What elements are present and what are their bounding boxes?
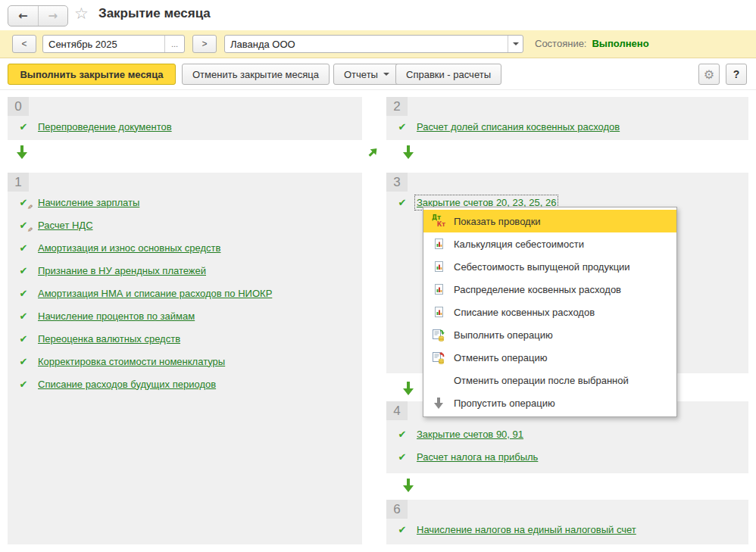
menu-item-cancel-operations-after[interactable]: Отменить операции после выбранной xyxy=(423,369,676,391)
arrow-left-icon: ← xyxy=(18,9,28,23)
stage-block-1: 1 ✔✎ Начисление зарплаты ✔✎ Расчет НДС ✔… xyxy=(8,173,362,544)
page-title: Закрытие месяца xyxy=(98,6,211,21)
gear-icon: ⚙ xyxy=(704,67,714,82)
menu-item-run-operation[interactable]: Выполнить операцию xyxy=(423,323,676,346)
operation-link[interactable]: Перепроведение документов xyxy=(38,121,172,133)
dtkt-postings-icon: ДтКт xyxy=(431,214,446,228)
reports-button-label: Отчеты xyxy=(344,69,378,80)
references-calculations-button[interactable]: Справки - расчеты xyxy=(395,64,501,85)
operation-link[interactable]: Корректировка стоимости номенклатуры xyxy=(38,356,225,367)
status-badge: Выполнено xyxy=(592,38,648,49)
run-operation-icon xyxy=(431,327,446,342)
operation-link[interactable]: Начисление зарплаты xyxy=(38,197,139,208)
cancel-operation-icon xyxy=(431,350,446,365)
status: Состояние: Выполнено xyxy=(535,38,649,49)
help-button[interactable]: ? xyxy=(726,64,747,85)
titlebar: ← → ☆ Закрытие месяца xyxy=(0,0,756,30)
operation-row: ✔ Расчет долей списания косвенных расход… xyxy=(386,115,748,138)
check-icon: ✔ xyxy=(20,379,28,390)
report-icon xyxy=(431,282,446,297)
company-dropdown-button[interactable] xyxy=(508,36,523,52)
forward-button[interactable]: → xyxy=(39,6,68,26)
back-button[interactable]: ← xyxy=(8,6,39,26)
next-period-button[interactable]: > xyxy=(192,35,217,53)
flow-down-arrow-icon xyxy=(403,382,414,395)
chevron-down-icon xyxy=(513,42,519,48)
menu-item-output-cost[interactable]: Себестоимость выпущеной продукции xyxy=(423,255,676,278)
operation-row: ✔ Начисление налогов на единый налоговый… xyxy=(386,518,748,541)
operation-link[interactable]: Признание в НУ арендных платежей xyxy=(38,265,206,276)
operation-row: ✔ Перепроведение документов xyxy=(8,115,362,138)
settings-button[interactable]: ⚙ xyxy=(698,64,720,85)
operation-link[interactable]: Списание расходов будущих периодов xyxy=(38,379,216,390)
report-icon xyxy=(431,236,446,251)
flow-down-arrow-icon xyxy=(403,479,414,492)
stage-number-badge: 4 xyxy=(386,401,408,420)
operation-row: ✔ Расчет налога на прибыль xyxy=(386,445,748,468)
period-picker-button[interactable]: ... xyxy=(164,36,184,52)
check-icon: ✔ xyxy=(398,524,407,535)
company-value[interactable]: Лаванда ООО xyxy=(225,36,508,52)
favorite-star-icon[interactable]: ☆ xyxy=(74,5,89,23)
operation-row: ✔ Списание расходов будущих периодов xyxy=(8,373,362,395)
check-icon: ✔ xyxy=(20,356,28,367)
report-icon xyxy=(431,259,446,274)
no-icon xyxy=(431,373,446,388)
check-icon: ✔ xyxy=(20,310,28,322)
check-icon: ✔ xyxy=(20,197,28,208)
menu-item-cancel-operation[interactable]: Отменить операцию xyxy=(423,346,676,369)
menu-item-indirect-distribution[interactable]: Распределение косвенных расходов xyxy=(423,278,676,301)
operation-row: ✔ Переоценка валютных средств xyxy=(8,327,362,350)
pencil-icon: ✎ xyxy=(27,226,33,234)
flow-diagonal-arrow-icon xyxy=(367,145,380,159)
status-label: Состояние: xyxy=(535,38,586,49)
pencil-icon: ✎ xyxy=(27,204,33,211)
cancel-closing-button[interactable]: Отменить закрытие месяца xyxy=(182,64,330,85)
check-icon: ✔ xyxy=(20,242,28,254)
operation-row: ✔ Амортизация и износ основных средств xyxy=(8,236,362,259)
run-closing-button[interactable]: Выполнить закрытие месяца xyxy=(8,64,176,85)
operation-link[interactable]: Переоценка валютных средств xyxy=(38,333,180,345)
operation-link[interactable]: Начисление процентов по займам xyxy=(38,310,195,322)
stage-number-badge: 3 xyxy=(386,173,408,192)
stage-number-badge: 6 xyxy=(386,500,408,519)
menu-item-cost-calculation[interactable]: Калькуляция себестоимости xyxy=(423,232,676,255)
menu-item-indirect-writeoff[interactable]: Списание косвенных расходов xyxy=(423,301,676,323)
stage-block-0: 0 ✔ Перепроведение документов xyxy=(8,97,362,140)
context-menu: ДтКт Показать проводки Калькуляция себес… xyxy=(423,207,677,417)
period-field: Сентябрь 2025 ... xyxy=(42,35,185,53)
operation-link[interactable]: Закрытие счетов 90, 91 xyxy=(417,429,523,440)
operation-link[interactable]: Расчет НДС xyxy=(38,220,93,231)
stage-number-badge: 0 xyxy=(8,97,29,116)
menu-item-skip-operation[interactable]: Пропустить операцию xyxy=(423,391,676,414)
operation-link[interactable]: Начисление налогов на единый налоговый с… xyxy=(417,524,636,535)
operation-link[interactable]: Расчет долей списания косвенных расходов xyxy=(417,121,620,133)
menu-item-show-postings[interactable]: ДтКт Показать проводки xyxy=(423,210,676,232)
check-icon: ✔ xyxy=(20,265,28,276)
history-nav-group: ← → xyxy=(8,5,68,27)
skip-operation-icon xyxy=(431,395,446,410)
check-icon: ✔ xyxy=(398,197,407,208)
check-icon: ✔ xyxy=(20,333,28,345)
reports-button[interactable]: Отчеты xyxy=(333,64,400,85)
operation-row: ✔ Закрытие счетов 90, 91 xyxy=(386,423,748,445)
prev-period-button[interactable]: < xyxy=(12,35,36,53)
arrow-right-icon: → xyxy=(48,9,58,23)
stage-block-6: 6 ✔ Начисление налогов на единый налогов… xyxy=(386,500,748,544)
operation-row: ✔✎ Начисление зарплаты xyxy=(8,191,362,214)
operation-link[interactable]: Амортизация НМА и списание расходов по Н… xyxy=(38,288,272,299)
month-closing-window: ← → ☆ Закрытие месяца < Сентябрь 2025 ..… xyxy=(0,0,756,552)
check-icon: ✔ xyxy=(20,288,28,299)
check-icon: ✔ xyxy=(20,220,28,231)
company-field: Лаванда ООО xyxy=(224,35,523,53)
stage-number-badge: 1 xyxy=(8,173,29,192)
operation-row: ✔ Начисление процентов по займам xyxy=(8,304,362,327)
check-icon: ✔ xyxy=(398,121,407,133)
stage-number-badge: 2 xyxy=(386,97,408,116)
operation-link[interactable]: Амортизация и износ основных средств xyxy=(38,242,220,254)
chevron-down-icon xyxy=(383,73,389,79)
period-value[interactable]: Сентябрь 2025 xyxy=(43,36,164,52)
check-icon: ✔ xyxy=(20,121,28,133)
operation-link[interactable]: Расчет налога на прибыль xyxy=(417,451,538,463)
operation-row: ✔✎ Расчет НДС xyxy=(8,214,362,236)
